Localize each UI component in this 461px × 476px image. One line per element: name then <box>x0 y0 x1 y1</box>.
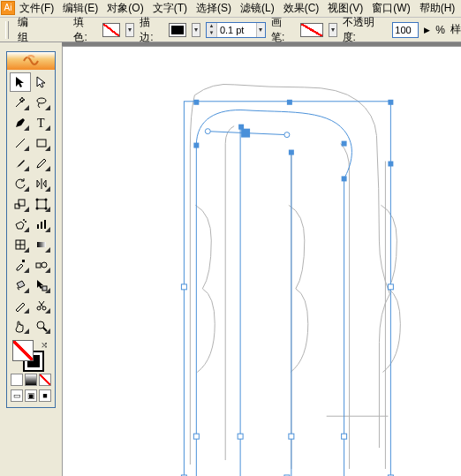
eyedropper-tool-icon[interactable] <box>10 255 31 275</box>
svg-rect-10 <box>342 176 347 181</box>
style-label: 样 <box>450 22 461 37</box>
line-tool-icon[interactable] <box>10 133 31 153</box>
svg-point-36 <box>25 221 26 223</box>
live-paint-selection-tool-icon[interactable] <box>32 276 53 295</box>
svg-point-50 <box>37 321 44 329</box>
fill-indicator[interactable] <box>12 340 34 361</box>
svg-rect-39 <box>44 220 46 229</box>
fill-swatch[interactable] <box>102 23 120 37</box>
stroke-weight-input[interactable] <box>217 23 256 37</box>
menu-help[interactable]: 帮助(H) <box>416 0 459 18</box>
svg-rect-11 <box>388 162 393 167</box>
grip-handle[interactable] <box>5 21 9 39</box>
opacity-label: 不透明度: <box>343 15 388 45</box>
live-paint-tool-icon[interactable] <box>10 276 31 295</box>
magic-wand-tool-icon[interactable] <box>10 93 31 112</box>
svg-point-32 <box>45 199 48 201</box>
svg-rect-23 <box>342 434 347 439</box>
pen-tool-icon[interactable] <box>10 113 31 132</box>
screen-mode-full-menu-icon[interactable]: ▣ <box>25 389 37 402</box>
app-icon: Ai <box>1 1 15 15</box>
svg-point-14 <box>284 132 290 138</box>
brush-swatch[interactable] <box>300 23 323 37</box>
pencil-tool-icon[interactable] <box>32 154 53 173</box>
svg-point-31 <box>36 199 39 201</box>
svg-rect-16 <box>388 284 393 290</box>
svg-rect-6 <box>287 100 292 105</box>
scale-tool-icon[interactable] <box>10 194 31 214</box>
mesh-tool-icon[interactable] <box>10 235 31 254</box>
svg-rect-37 <box>37 224 39 229</box>
stroke-weight-stepper[interactable]: ▲▼ <box>206 22 266 38</box>
svg-point-46 <box>42 262 47 268</box>
artwork <box>63 47 461 476</box>
zoom-tool-icon[interactable] <box>32 316 53 336</box>
symbol-sprayer-tool-icon[interactable] <box>10 215 31 234</box>
svg-rect-30 <box>37 200 46 208</box>
lasso-tool-icon[interactable] <box>32 93 53 112</box>
svg-text:T: T <box>37 117 45 130</box>
fill-stroke-control[interactable]: ⤭ <box>11 340 51 372</box>
svg-rect-8 <box>289 150 294 155</box>
stroke-dropdown[interactable] <box>192 23 200 37</box>
canvas[interactable] <box>62 46 461 476</box>
blend-tool-icon[interactable] <box>32 255 53 275</box>
menu-select[interactable]: 选择(S) <box>193 0 235 18</box>
toolbox: T ⤭ <box>6 51 56 408</box>
free-transform-tool-icon[interactable] <box>32 194 53 214</box>
svg-rect-0 <box>184 102 390 476</box>
type-tool-icon[interactable]: T <box>32 113 53 132</box>
svg-rect-4 <box>193 100 199 105</box>
graph-tool-icon[interactable] <box>32 215 53 234</box>
menu-bar: 文件(F) 编辑(E) 对象(O) 文字(T) 选择(S) 滤镜(L) 效果(C… <box>0 0 461 18</box>
brush-dropdown[interactable] <box>329 23 337 37</box>
gradient-mode-icon[interactable] <box>25 374 37 386</box>
none-mode-icon[interactable] <box>39 374 51 386</box>
screen-mode-normal-icon[interactable]: ▭ <box>11 389 23 402</box>
stroke-swatch[interactable] <box>169 23 186 37</box>
options-bar: 编组 填色: 描边: ▲▼ 画笔: 不透明度: ▶ % 样 <box>0 18 461 42</box>
svg-rect-27 <box>37 140 46 147</box>
fill-label: 填色: <box>73 15 97 45</box>
opacity-input[interactable] <box>392 22 419 38</box>
hand-tool-icon[interactable] <box>10 316 31 336</box>
svg-rect-20 <box>193 434 199 439</box>
toolbox-header[interactable] <box>7 52 55 70</box>
svg-rect-9 <box>342 141 347 147</box>
reflect-tool-icon[interactable] <box>32 174 53 193</box>
slice-tool-icon[interactable] <box>10 296 31 315</box>
opacity-arrow[interactable]: ▶ <box>424 26 430 34</box>
svg-point-33 <box>36 208 39 210</box>
paintbrush-tool-icon[interactable] <box>10 154 31 173</box>
svg-rect-5 <box>388 100 393 105</box>
rectangle-tool-icon[interactable] <box>32 133 53 153</box>
gradient-tool-icon[interactable] <box>32 235 53 254</box>
svg-line-51 <box>43 328 47 331</box>
swap-fill-stroke-icon[interactable]: ⤭ <box>41 340 48 350</box>
stroke-weight-dropdown[interactable] <box>256 23 265 37</box>
mode-label: 编组 <box>18 15 39 45</box>
svg-rect-45 <box>36 263 41 268</box>
svg-line-2 <box>246 133 287 135</box>
svg-rect-22 <box>289 434 294 439</box>
screen-mode-full-icon[interactable]: ■ <box>39 389 51 402</box>
svg-rect-44 <box>22 260 25 262</box>
svg-line-26 <box>16 139 25 147</box>
svg-rect-47 <box>42 286 47 291</box>
scissors-tool-icon[interactable] <box>32 296 53 315</box>
svg-rect-3 <box>193 143 199 148</box>
opacity-suffix: % <box>435 24 445 36</box>
svg-rect-43 <box>37 242 46 247</box>
selection-tool-icon[interactable] <box>10 72 31 92</box>
fill-dropdown[interactable] <box>125 23 134 37</box>
color-mode-icon[interactable] <box>11 374 23 386</box>
direct-selection-tool-icon[interactable] <box>32 72 53 92</box>
svg-point-24 <box>37 98 46 103</box>
workspace <box>62 42 461 476</box>
rotate-tool-icon[interactable] <box>10 174 31 193</box>
svg-rect-21 <box>238 434 243 439</box>
svg-point-13 <box>205 129 210 134</box>
svg-point-34 <box>45 208 48 210</box>
stroke-label: 描边: <box>140 15 163 45</box>
svg-rect-12 <box>241 129 250 138</box>
